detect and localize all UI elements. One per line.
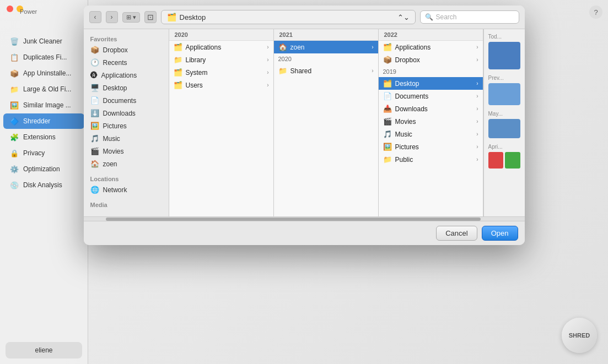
panel-item-zoen[interactable]: 🏠zoen [84, 157, 169, 170]
scroll-thumb[interactable] [106, 218, 481, 221]
folder-icon: 🎬 [383, 117, 392, 126]
panel-label: Recents [103, 59, 127, 67]
chevron-right-icon: › [476, 144, 478, 150]
locations-list: 🌐Network [84, 183, 169, 196]
col-item-movies-2022[interactable]: 🎬 Movies › [379, 115, 483, 128]
folder-icon: 🗂️ [383, 79, 392, 88]
search-icon: 🔍 [425, 13, 433, 21]
panel-item-dropbox[interactable]: 📦Dropbox [84, 44, 169, 56]
preview-may: May... [488, 111, 520, 138]
folder-icon: 🗂️ [174, 81, 182, 89]
favorites-list: 📦Dropbox🕐Recents🅐Applications🖥️Desktop📄D… [84, 44, 169, 170]
column-2021: 2021 🏠 zoen › 2020 📁 Shared [274, 29, 379, 216]
col-item-label: Applications [186, 44, 222, 51]
search-box[interactable]: 🔍 Search [420, 10, 519, 24]
preview-panel: Tod... Prev... May... Apri... [483, 29, 525, 216]
col-item-applications-2020[interactable]: 🗂️ Applications › [169, 41, 273, 53]
preview-may-label: May... [488, 111, 520, 117]
panel-item-recents[interactable]: 🕐Recents [84, 56, 169, 69]
panel-label: Applications [101, 72, 137, 79]
panel-icon: 🕐 [90, 58, 99, 67]
preview-today-thumb [488, 42, 520, 69]
folder-icon: 🗂️ [383, 43, 392, 51]
chevron-right-icon: › [476, 44, 478, 50]
col-item-label: Music [395, 131, 412, 138]
panel-icon: ⬇️ [90, 109, 99, 117]
panel-icon: 🅐 [90, 71, 98, 79]
chevron-right-icon: › [267, 69, 268, 75]
col-item-pictures-2022[interactable]: 🖼️ Pictures › [379, 140, 483, 153]
preview-april-thumbs [488, 152, 520, 169]
chevron-right-icon: › [476, 80, 478, 86]
preview-prev-label: Prev... [488, 75, 520, 81]
col-item-label: Dropbox [395, 56, 420, 64]
col-item-desktop-2022[interactable]: 🗂️ Desktop › [379, 77, 483, 90]
forward-button[interactable]: › [106, 11, 118, 23]
new-folder-button[interactable]: ⊡ [144, 11, 157, 23]
panel-item-movies[interactable]: 🎬Movies [84, 145, 169, 157]
panel-icon: 📄 [90, 96, 99, 105]
panel-label: Pictures [103, 122, 127, 130]
col-item-downloads-2022[interactable]: 📥 Downloads › [379, 102, 483, 115]
panel-icon: 🎬 [90, 147, 99, 155]
col-item-dropbox-2022[interactable]: 📦 Dropbox › [379, 53, 483, 66]
col-item-public-2022[interactable]: 📁 Public › [379, 153, 483, 166]
location-dropdown[interactable]: 🗂️ Desktop ⌃⌄ [161, 10, 416, 24]
location-chevron-icon: ⌃⌄ [397, 13, 410, 21]
file-picker-dialog: ‹ › ⊞ ▾ ⊡ 🗂️ Desktop ⌃⌄ 🔍 Search Favorit… [84, 6, 525, 245]
chevron-right-icon: › [372, 68, 373, 74]
panel-item-applications[interactable]: 🅐Applications [84, 69, 169, 82]
panel-item-pictures[interactable]: 🖼️Pictures [84, 119, 169, 132]
columns-container: 2020 🗂️ Applications › 📁 Library [169, 29, 525, 216]
col-item-documents-2022[interactable]: 📄 Documents › [379, 90, 483, 102]
view-options-button[interactable]: ⊞ ▾ [122, 12, 140, 23]
chevron-right-icon: › [476, 93, 478, 99]
panel-item-documents[interactable]: 📄Documents [84, 94, 169, 107]
col-item-label: Movies [395, 118, 416, 126]
panel-label: Dropbox [103, 46, 128, 54]
col-item-label: Shared [290, 67, 312, 75]
panel-item-downloads[interactable]: ⬇️Downloads [84, 107, 169, 119]
chevron-right-icon: › [476, 156, 478, 162]
cancel-button[interactable]: Cancel [436, 226, 477, 241]
col-item-label: Library [186, 56, 206, 64]
panel-label: Documents [103, 97, 137, 105]
folder-icon: 🖼️ [383, 143, 392, 151]
panel-item-desktop[interactable]: 🖥️Desktop [84, 82, 169, 94]
preview-prev-thumb [488, 83, 520, 105]
col-item-applications-2022[interactable]: 🗂️ Applications › [379, 41, 483, 53]
chevron-right-icon: › [267, 82, 268, 88]
folder-icon: 📁 [383, 155, 392, 164]
preview-prev: Prev... [488, 75, 520, 105]
col-item-label: System [186, 69, 208, 77]
panel-icon: 🖼️ [90, 122, 99, 130]
preview-today: Tod... [488, 34, 520, 69]
back-button[interactable]: ‹ [89, 11, 101, 23]
chevron-right-icon: › [476, 57, 478, 63]
horizontal-scrollbar[interactable] [84, 216, 525, 221]
panel-item-network[interactable]: 🌐Network [84, 183, 169, 196]
dialog-toolbar: ‹ › ⊞ ▾ ⊡ 🗂️ Desktop ⌃⌄ 🔍 Search [84, 6, 525, 29]
panel-icon: 🌐 [90, 186, 99, 194]
col-item-shared-2021[interactable]: 📁 Shared › [274, 64, 378, 77]
col-item-users-2020[interactable]: 🗂️ Users › [169, 79, 273, 91]
panel-icon: 🏠 [90, 160, 99, 168]
col-item-music-2022[interactable]: 🎵 Music › [379, 128, 483, 140]
chevron-right-icon: › [476, 131, 478, 137]
panel-item-music[interactable]: 🎵Music [84, 132, 169, 145]
year-label-2019: 2019 [379, 66, 483, 77]
open-button[interactable]: Open [482, 226, 518, 241]
preview-april-label: Apri... [488, 144, 520, 150]
col-item-system-2020[interactable]: 🗂️ System › [169, 66, 273, 79]
preview-today-label: Tod... [488, 34, 520, 40]
panel-label: Network [103, 186, 127, 194]
chevron-right-icon: › [267, 57, 268, 63]
panel-icon: 📦 [90, 46, 99, 54]
col-item-label: Desktop [395, 80, 419, 88]
chevron-right-icon: › [267, 44, 268, 50]
panel-label: Downloads [103, 110, 136, 117]
col-item-library-2020[interactable]: 📁 Library › [169, 53, 273, 66]
favorites-panel: Favorites 📦Dropbox🕐Recents🅐Applications🖥… [84, 29, 169, 216]
col-item-zoen-2021[interactable]: 🏠 zoen › [274, 41, 378, 53]
column-2020: 2020 🗂️ Applications › 📁 Library [169, 29, 274, 216]
